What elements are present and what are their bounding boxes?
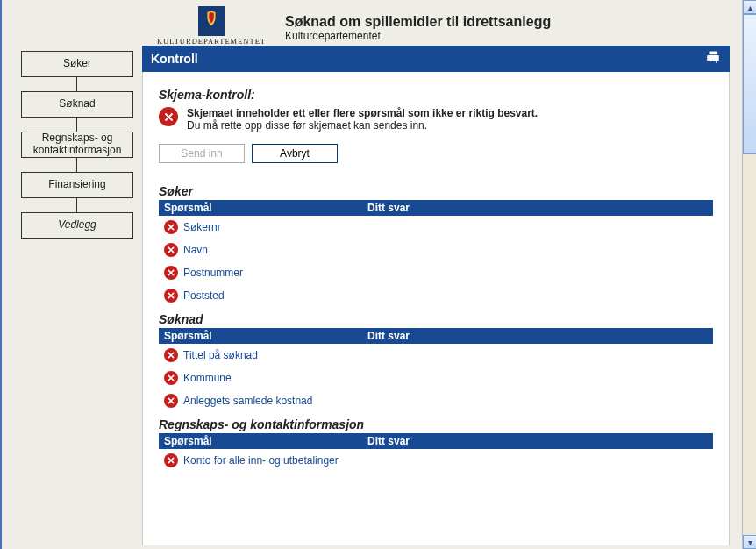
sidebar-item-soker[interactable]: Søker xyxy=(21,51,133,77)
sidebar-item-vedlegg[interactable]: Vedlegg xyxy=(21,212,133,239)
send-button: Send inn xyxy=(159,144,245,163)
error-icon xyxy=(164,220,178,234)
col-question: Spørsmål xyxy=(159,200,362,216)
error-row: Navn xyxy=(159,239,713,261)
error-icon xyxy=(164,348,178,362)
grid-header: SpørsmålDitt svar xyxy=(159,433,713,449)
grid-header: SpørsmålDitt svar xyxy=(159,200,713,216)
error-row: Konto for alle inn- og utbetalinger xyxy=(159,449,713,472)
org-name-text: KULTURDEPARTEMENTET xyxy=(157,37,266,46)
error-icon xyxy=(164,371,178,385)
group-title: Søknad xyxy=(159,312,713,326)
nav-connector xyxy=(76,77,77,91)
page-header: KULTURDEPARTEMENTET Søknad om spillemidl… xyxy=(2,0,742,46)
group-title: Søker xyxy=(159,184,713,198)
error-link[interactable]: Søkernr xyxy=(183,221,221,233)
main-panel: Kontroll Skjema-kontroll: Skjemaet inneh… xyxy=(142,46,730,545)
col-question: Spørsmål xyxy=(159,328,362,344)
col-answer: Ditt svar xyxy=(362,433,713,449)
form-control-heading: Skjema-kontroll: xyxy=(159,88,713,102)
scroll-down-icon[interactable]: ▾ xyxy=(743,535,756,549)
alert-line2: Du må rette opp disse før skjemaet kan s… xyxy=(187,119,538,132)
title-block: Søknad om spillemidler til idrettsanlegg… xyxy=(285,14,551,46)
scroll-thumb[interactable] xyxy=(743,14,756,154)
error-link[interactable]: Poststed xyxy=(183,289,225,302)
page-subtitle: Kulturdepartementet xyxy=(285,30,551,42)
error-row: Tittel på søknad xyxy=(159,344,713,367)
scrollbar[interactable]: ▴ ▾ xyxy=(742,0,756,549)
coat-of-arms-icon xyxy=(198,6,225,36)
sidebar-nav: SøkerSøknadRegnskaps- og kontaktinformas… xyxy=(2,46,142,239)
sidebar-item-soknad[interactable]: Søknad xyxy=(21,91,133,118)
error-alert: Skjemaet inneholder ett eller flere spør… xyxy=(159,107,713,132)
error-link[interactable]: Navn xyxy=(183,244,208,256)
col-answer: Ditt svar xyxy=(362,200,713,216)
col-answer: Ditt svar xyxy=(362,328,713,344)
scroll-up-icon[interactable]: ▴ xyxy=(743,0,756,14)
alert-line1: Skjemaet inneholder ett eller flere spør… xyxy=(187,107,538,119)
error-icon xyxy=(164,394,178,408)
error-row: Kommune xyxy=(159,367,713,389)
error-link[interactable]: Konto for alle inn- og utbetalinger xyxy=(183,454,339,467)
error-row: Poststed xyxy=(159,284,713,307)
nav-connector xyxy=(76,118,77,132)
panel-titlebar: Kontroll xyxy=(142,46,730,72)
error-row: Søkernr xyxy=(159,216,713,239)
panel-content: Skjema-kontroll: Skjemaet inneholder ett… xyxy=(142,72,730,545)
error-icon xyxy=(164,243,178,257)
nav-connector xyxy=(76,198,77,212)
error-link[interactable]: Kommune xyxy=(183,372,232,384)
group-title: Regnskaps- og kontaktinformasjon xyxy=(159,417,713,431)
page-title: Søknad om spillemidler til idrettsanlegg xyxy=(285,14,551,30)
error-icon xyxy=(164,289,178,303)
cancel-button[interactable]: Avbryt xyxy=(252,144,338,163)
print-icon[interactable] xyxy=(705,50,721,68)
grid-header: SpørsmålDitt svar xyxy=(159,328,713,344)
error-row: Anleggets samlede kostnad xyxy=(159,389,713,412)
error-icon xyxy=(164,266,178,280)
nav-connector xyxy=(76,158,77,172)
error-row: Postnummer xyxy=(159,261,713,284)
col-question: Spørsmål xyxy=(159,433,362,449)
error-icon xyxy=(164,453,178,467)
error-link[interactable]: Postnummer xyxy=(183,267,243,279)
error-link[interactable]: Anleggets samlede kostnad xyxy=(183,395,312,407)
error-link[interactable]: Tittel på søknad xyxy=(183,349,258,361)
panel-title: Kontroll xyxy=(151,52,198,66)
error-icon xyxy=(159,107,178,126)
sidebar-item-finansiering[interactable]: Finansiering xyxy=(21,172,133,198)
org-logo: KULTURDEPARTEMENTET xyxy=(146,6,276,46)
sidebar-item-regnskap[interactable]: Regnskaps- og kontaktinformasjon xyxy=(21,132,133,158)
